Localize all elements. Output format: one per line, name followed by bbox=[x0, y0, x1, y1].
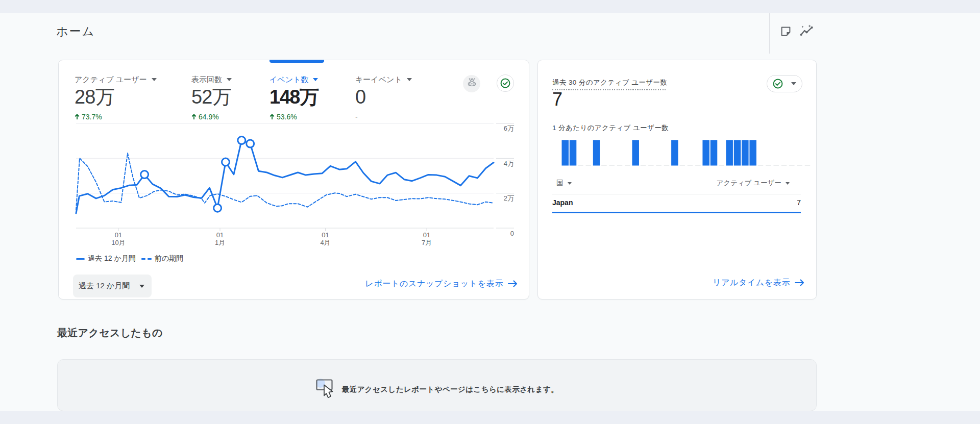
svg-text:01: 01 bbox=[322, 231, 329, 239]
svg-text:2万: 2万 bbox=[504, 194, 514, 202]
legend-label: 前の期間 bbox=[155, 254, 183, 263]
overview-line-chart[interactable]: 6万4万2万00110月011月014月017月 bbox=[59, 60, 530, 300]
svg-text:01: 01 bbox=[423, 231, 430, 239]
link-label: リアルタイムを表示 bbox=[713, 278, 790, 288]
bottom-strip bbox=[0, 411, 980, 424]
svg-text:4万: 4万 bbox=[504, 160, 514, 167]
date-range-dropdown[interactable]: 過去 12 か月間 bbox=[73, 275, 152, 297]
realtime-card: 過去 30 分のアクティブ ユーザー数 7 1 分あたりのアクティブ ユーザー数… bbox=[537, 60, 817, 300]
legend-label: 過去 12 か月間 bbox=[88, 254, 136, 263]
table-header-divider bbox=[552, 194, 801, 194]
svg-text:7月: 7月 bbox=[422, 239, 432, 246]
svg-text:6万: 6万 bbox=[504, 124, 514, 132]
dimension-header-label: 国 bbox=[556, 179, 564, 188]
recent-empty-panel: 最近アクセスしたレポートやページはこちらに表示されます。 bbox=[57, 359, 817, 411]
dimension-header-dropdown[interactable]: 国 bbox=[552, 179, 572, 188]
country-cell: Japan bbox=[552, 198, 573, 207]
metric-header-label: アクティブ ユーザー bbox=[717, 179, 781, 188]
table-row[interactable]: Japan 7 bbox=[552, 198, 801, 207]
insights-icon bbox=[800, 24, 814, 37]
legend-item-current: 過去 12 か月間 bbox=[76, 254, 136, 263]
cursor-click-icon bbox=[315, 377, 335, 403]
view-realtime-link[interactable]: リアルタイムを表示 bbox=[713, 275, 804, 290]
insights-button[interactable] bbox=[799, 23, 815, 38]
chevron-down-icon bbox=[139, 285, 144, 288]
report-snapshot-link[interactable]: レポートのスナップショットを表示 bbox=[365, 276, 518, 291]
recent-empty-message: 最近アクセスしたレポートやページはこちらに表示されます。 bbox=[342, 385, 558, 394]
metric-header-dropdown[interactable]: アクティブ ユーザー bbox=[717, 179, 790, 188]
solid-line-swatch bbox=[76, 258, 85, 260]
top-strip bbox=[0, 0, 980, 13]
row-bar-indicator bbox=[552, 212, 801, 213]
svg-text:1月: 1月 bbox=[215, 239, 225, 246]
overview-card: アクティブ ユーザー 28万 73.7% 表示回数 52万 64.9% イベント… bbox=[58, 60, 529, 300]
chevron-down-icon bbox=[786, 182, 790, 185]
header-divider bbox=[769, 13, 770, 54]
chart-legend: 過去 12 か月間 前の期間 bbox=[76, 254, 183, 263]
arrow-forward-icon bbox=[795, 279, 804, 286]
svg-text:10月: 10月 bbox=[111, 239, 125, 246]
recent-section-heading: 最近アクセスしたもの bbox=[57, 326, 163, 340]
page-title: ホーム bbox=[56, 23, 95, 39]
link-label: レポートのスナップショットを表示 bbox=[365, 279, 503, 289]
arrow-forward-icon bbox=[508, 280, 518, 287]
date-range-label: 過去 12 か月間 bbox=[79, 281, 130, 291]
svg-text:01: 01 bbox=[115, 231, 122, 239]
value-cell: 7 bbox=[797, 198, 801, 207]
svg-text:0: 0 bbox=[510, 230, 514, 237]
note-icon bbox=[780, 26, 791, 37]
legend-item-previous: 前の期間 bbox=[141, 254, 183, 263]
chevron-down-icon bbox=[568, 182, 572, 185]
svg-text:01: 01 bbox=[216, 231, 224, 239]
add-note-button[interactable] bbox=[778, 23, 793, 39]
dashed-line-swatch bbox=[141, 258, 152, 260]
svg-text:4月: 4月 bbox=[320, 239, 330, 246]
